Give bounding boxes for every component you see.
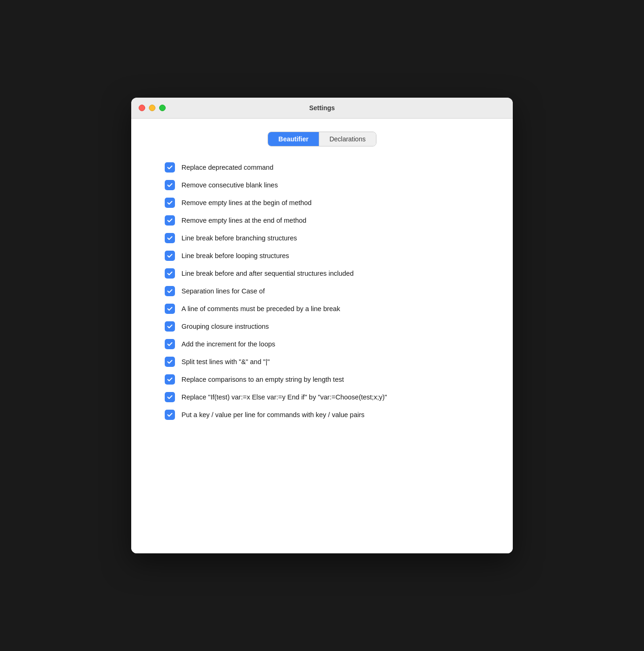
checkbox-4[interactable] xyxy=(165,215,175,226)
checkbox-13[interactable] xyxy=(165,374,175,385)
check-item: Replace deprecated command xyxy=(165,159,498,175)
check-item: Replace comparisons to an empty string b… xyxy=(165,372,498,387)
checkbox-2[interactable] xyxy=(165,180,175,190)
check-item: Remove empty lines at the end of method xyxy=(165,213,498,228)
check-label-13: Replace comparisons to an empty string b… xyxy=(181,375,344,384)
check-item: Remove consecutive blank lines xyxy=(165,177,498,193)
check-item: Split test lines with "&" and "|" xyxy=(165,354,498,370)
check-label-9: A line of comments must be preceded by a… xyxy=(181,304,340,313)
tab-declarations[interactable]: Declarations xyxy=(319,132,376,146)
check-item: Add the increment for the loops xyxy=(165,336,498,352)
checkbox-3[interactable] xyxy=(165,198,175,208)
settings-window: Settings Beautifier Declarations Replace… xyxy=(131,98,513,553)
checkbox-10[interactable] xyxy=(165,321,175,332)
check-label-6: Line break before looping structures xyxy=(181,251,289,260)
check-label-10: Grouping closure instructions xyxy=(181,322,269,331)
checkbox-1[interactable] xyxy=(165,162,175,173)
check-item: Line break before branching structures xyxy=(165,230,498,246)
check-label-3: Remove empty lines at the begin of metho… xyxy=(181,198,312,207)
check-label-5: Line break before branching structures xyxy=(181,233,297,243)
checkbox-8[interactable] xyxy=(165,286,175,296)
check-label-11: Add the increment for the loops xyxy=(181,339,275,349)
check-item: Line break before and after sequential s… xyxy=(165,266,498,281)
check-item: Replace "If(test) var:=x Else var:=y End… xyxy=(165,389,498,405)
checkbox-5[interactable] xyxy=(165,233,175,243)
checkbox-9[interactable] xyxy=(165,304,175,314)
check-item: A line of comments must be preceded by a… xyxy=(165,301,498,317)
check-label-14: Replace "If(test) var:=x Else var:=y End… xyxy=(181,392,387,402)
check-item: Separation lines for Case of xyxy=(165,283,498,299)
checkbox-15[interactable] xyxy=(165,410,175,420)
minimize-button[interactable] xyxy=(149,105,155,111)
check-item: Line break before looping structures xyxy=(165,248,498,264)
check-item: Put a key / value per line for commands … xyxy=(165,407,498,423)
check-label-1: Replace deprecated command xyxy=(181,163,273,172)
checkbox-7[interactable] xyxy=(165,268,175,279)
traffic-lights xyxy=(139,105,166,111)
main-content: Beautifier Declarations Replace deprecat… xyxy=(131,119,513,553)
checkbox-14[interactable] xyxy=(165,392,175,402)
check-label-4: Remove empty lines at the end of method xyxy=(181,216,306,225)
checkbox-11[interactable] xyxy=(165,339,175,349)
tab-beautifier[interactable]: Beautifier xyxy=(268,132,319,146)
checkbox-12[interactable] xyxy=(165,357,175,367)
tab-bar: Beautifier Declarations xyxy=(146,132,498,146)
close-button[interactable] xyxy=(139,105,145,111)
checklist: Replace deprecated command Remove consec… xyxy=(146,159,498,423)
check-label-15: Put a key / value per line for commands … xyxy=(181,410,364,419)
check-label-2: Remove consecutive blank lines xyxy=(181,180,278,190)
check-label-8: Separation lines for Case of xyxy=(181,286,265,296)
maximize-button[interactable] xyxy=(159,105,166,111)
window-title: Settings xyxy=(309,104,335,112)
check-item: Grouping closure instructions xyxy=(165,319,498,334)
title-bar: Settings xyxy=(131,98,513,119)
checkbox-6[interactable] xyxy=(165,251,175,261)
check-item: Remove empty lines at the begin of metho… xyxy=(165,195,498,211)
check-label-12: Split test lines with "&" and "|" xyxy=(181,357,270,366)
tab-group: Beautifier Declarations xyxy=(268,132,376,146)
check-label-7: Line break before and after sequential s… xyxy=(181,269,354,278)
